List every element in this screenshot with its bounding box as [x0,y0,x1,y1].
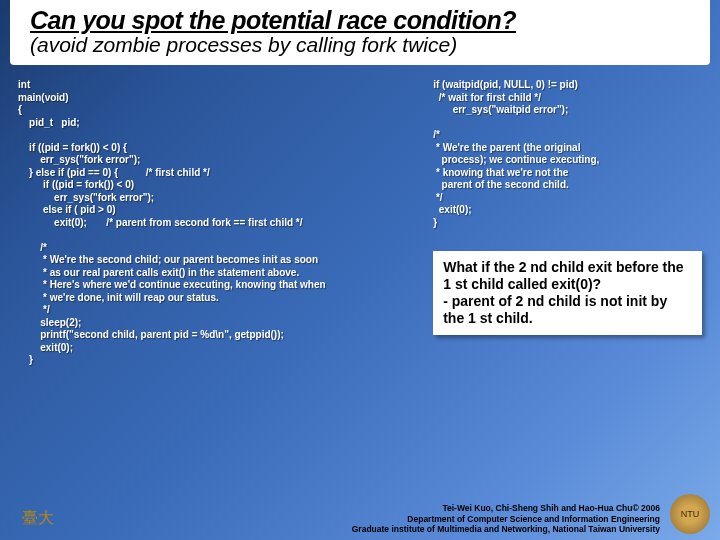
slide-title: Can you spot the potential race conditio… [30,6,690,35]
code-right: if (waitpid(pid, NULL, 0) != pid) /* wai… [433,79,702,229]
footer-line-1: Tei-Wei Kuo, Chi-Sheng Shih and Hao-Hua … [352,503,660,513]
content-area: int main(void) { pid_t pid; if ((pid = f… [0,65,720,367]
slide-subtitle: (avoid zombie processes by calling fork … [30,33,690,57]
footer-credits: Tei-Wei Kuo, Chi-Sheng Shih and Hao-Hua … [352,503,660,534]
footer-line-3: Graduate institute of Multimedia and Net… [352,524,660,534]
slide-container: Can you spot the potential race conditio… [0,0,720,540]
question-box: What if the 2 nd child exit before the 1… [433,251,702,334]
university-seal-right: NTU [670,494,710,534]
footer-line-2: Department of Computer Science and Infor… [352,514,660,524]
title-block: Can you spot the potential race conditio… [10,0,710,65]
university-logo-left: 臺大 [14,502,62,534]
left-column: int main(void) { pid_t pid; if ((pid = f… [18,79,421,367]
code-left: int main(void) { pid_t pid; if ((pid = f… [18,79,421,367]
right-column: if (waitpid(pid, NULL, 0) != pid) /* wai… [433,79,702,367]
